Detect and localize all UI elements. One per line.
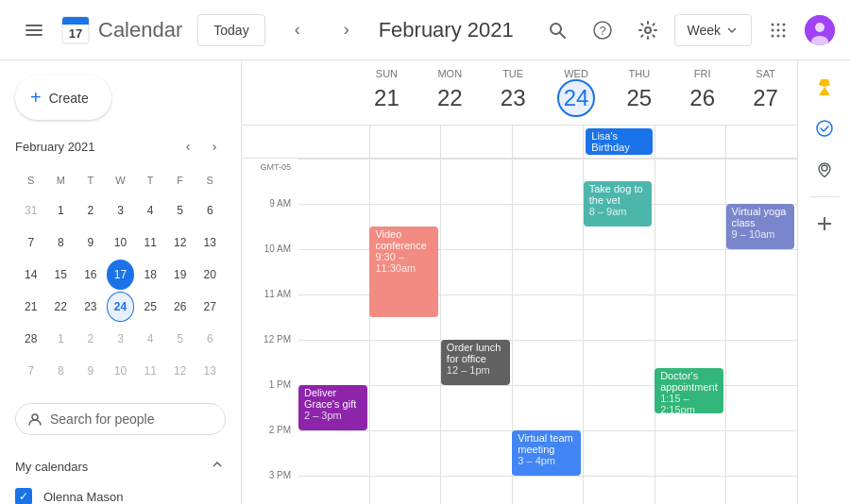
keep-button[interactable] [806, 68, 843, 106]
calendar-event[interactable]: Virtual yoga class9 – 10am [726, 204, 795, 249]
day-cell[interactable] [513, 386, 585, 430]
mini-cal-day[interactable]: 1 [47, 324, 76, 354]
mini-cal-day[interactable]: 22 [47, 292, 76, 322]
day-cell[interactable] [726, 431, 797, 476]
allday-cell[interactable]: Lisa's Birthday [584, 126, 655, 158]
day-cell[interactable] [513, 477, 585, 504]
mini-cal-day[interactable]: 12 [166, 356, 195, 386]
day-cell[interactable] [370, 477, 442, 504]
day-number[interactable]: 26 [684, 79, 722, 117]
calendar-event[interactable]: Order lunch for office12 – 1pm [441, 340, 510, 385]
day-cell[interactable] [655, 160, 727, 204]
day-number[interactable]: 25 [620, 79, 658, 117]
allday-cell[interactable] [655, 126, 727, 158]
mini-cal-day[interactable]: 26 [166, 292, 195, 322]
day-cell[interactable] [441, 431, 513, 476]
day-cell[interactable] [584, 477, 655, 504]
mini-cal-day[interactable]: 8 [47, 356, 76, 386]
day-cell[interactable] [726, 295, 797, 340]
mini-cal-day[interactable]: 9 [76, 356, 105, 386]
day-cell[interactable] [584, 386, 655, 430]
mini-cal-day[interactable]: 10 [107, 227, 135, 258]
allday-cell[interactable] [726, 126, 797, 158]
create-button[interactable]: + Create [15, 76, 111, 120]
mini-cal-day[interactable]: 18 [136, 260, 164, 290]
mini-cal-day[interactable]: 28 [17, 324, 45, 354]
allday-cell[interactable] [441, 126, 513, 158]
day-cell[interactable] [298, 341, 370, 385]
day-cell[interactable] [298, 160, 370, 204]
day-cell[interactable] [441, 250, 513, 294]
allday-event[interactable]: Lisa's Birthday [586, 128, 653, 155]
add-sidebar-button[interactable] [806, 205, 843, 243]
day-cell[interactable] [513, 295, 585, 340]
day-cell[interactable] [441, 205, 513, 249]
maps-button[interactable] [806, 151, 843, 189]
apps-button[interactable] [759, 11, 797, 49]
day-cell[interactable] [298, 205, 370, 249]
mini-cal-day[interactable]: 12 [166, 227, 195, 258]
mini-cal-day[interactable]: 13 [196, 356, 224, 386]
mini-cal-day[interactable]: 27 [196, 292, 224, 322]
day-cell[interactable] [298, 295, 370, 340]
day-cell[interactable] [370, 341, 442, 385]
mini-cal-day[interactable]: 15 [47, 260, 76, 290]
day-cell[interactable] [726, 477, 797, 504]
day-number[interactable]: 27 [747, 79, 785, 117]
settings-button[interactable] [629, 11, 667, 49]
allday-cell[interactable] [370, 126, 442, 158]
mini-cal-day[interactable]: 31 [17, 195, 45, 226]
day-cell[interactable] [513, 250, 585, 294]
day-cell[interactable] [655, 295, 727, 340]
day-cell[interactable] [298, 431, 370, 476]
help-button[interactable]: ? [584, 11, 621, 49]
mini-cal-day[interactable]: 1 [47, 195, 76, 226]
day-cell[interactable] [655, 477, 727, 504]
mini-cal-day[interactable]: 6 [196, 324, 224, 354]
day-cell[interactable] [726, 341, 797, 385]
allday-cell[interactable] [298, 126, 370, 158]
view-selector[interactable]: Week [674, 14, 752, 46]
day-cell[interactable] [726, 250, 797, 294]
calendar-event[interactable]: Deliver Grace's gift2 – 3pm [298, 385, 367, 430]
day-cell[interactable] [513, 205, 585, 249]
mini-cal-day[interactable]: 25 [136, 292, 164, 322]
day-number[interactable]: 23 [494, 79, 532, 117]
calendar-event[interactable]: Virtual team meeting3 – 4pm [512, 430, 581, 476]
avatar[interactable] [805, 15, 835, 45]
day-cell[interactable] [655, 250, 727, 294]
mini-cal-day[interactable]: 3 [107, 195, 135, 226]
calendar-event[interactable]: Video conference9:30 – 11:30am [369, 227, 438, 317]
day-cell[interactable] [441, 477, 513, 504]
day-number[interactable]: 24 [557, 79, 595, 117]
my-calendars-header[interactable]: My calendars [0, 450, 241, 482]
prev-week-button[interactable]: ‹ [280, 13, 314, 47]
day-cell[interactable] [370, 431, 442, 476]
day-cell[interactable] [726, 386, 797, 430]
mini-cal-day[interactable]: 4 [136, 324, 164, 354]
day-cell[interactable] [655, 205, 727, 249]
mini-cal-day[interactable]: 20 [196, 260, 224, 290]
day-cell[interactable] [584, 431, 655, 476]
mini-cal-day[interactable]: 11 [136, 227, 164, 258]
mini-cal-day[interactable]: 17 [107, 260, 135, 290]
calendar-event[interactable]: Doctor's appointment1:15 – 2:15pm [654, 368, 723, 413]
day-cell[interactable] [584, 250, 655, 294]
today-button[interactable]: Today [197, 14, 264, 46]
mini-cal-day[interactable]: 5 [166, 324, 195, 354]
mini-cal-day[interactable]: 24 [107, 292, 135, 322]
day-cell[interactable] [584, 295, 655, 340]
day-cell[interactable] [370, 386, 442, 430]
mini-cal-day[interactable]: 9 [76, 227, 105, 258]
next-week-button[interactable]: › [330, 13, 364, 47]
mini-cal-day[interactable]: 5 [166, 195, 195, 226]
my-calendar-item[interactable]: ✓Olenna Mason [0, 482, 241, 504]
day-cell[interactable] [726, 160, 797, 204]
mini-cal-day[interactable]: 21 [17, 292, 45, 322]
day-cell[interactable] [298, 250, 370, 294]
mini-next-button[interactable]: › [203, 135, 226, 158]
day-cell[interactable] [513, 160, 585, 204]
mini-cal-day[interactable]: 6 [196, 195, 224, 226]
search-people[interactable]: Search for people [15, 403, 226, 435]
day-number[interactable]: 22 [431, 79, 468, 117]
